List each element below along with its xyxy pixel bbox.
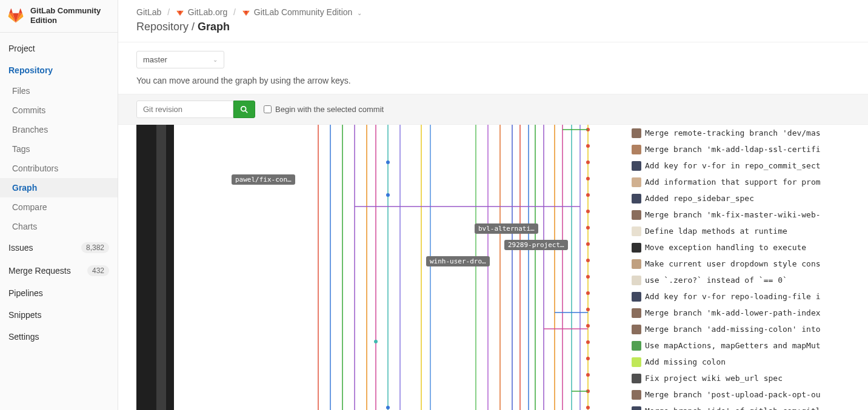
graph-area: pawel/fix-condi…bvl-alternative…29289-pr…: [118, 125, 868, 410]
branch-label[interactable]: winh-user-dropd…: [426, 256, 490, 266]
svg-point-37: [586, 324, 590, 328]
sub-nav-contributors[interactable]: Contributors: [0, 159, 118, 178]
nav-item-pipelines[interactable]: Pipelines: [0, 282, 118, 304]
svg-point-31: [586, 226, 590, 230]
svg-point-51: [386, 406, 390, 409]
commit-row[interactable]: Merge branch 'add-missing-colon' into: [632, 321, 850, 337]
network-graph[interactable]: pawel/fix-condi…bvl-alternative…29289-pr…: [136, 125, 632, 410]
svg-point-39: [586, 357, 590, 360]
sub-nav-compare[interactable]: Compare: [0, 197, 118, 217]
app-title: GitLab Community Edition: [30, 6, 110, 26]
svg-line-1: [245, 110, 248, 113]
sub-header-section: Repository: [136, 21, 189, 33]
svg-point-28: [586, 177, 590, 180]
breadcrumb-root[interactable]: GitLab: [136, 7, 161, 17]
sub-nav-branches[interactable]: Branches: [0, 120, 118, 139]
nav-item-merge-requests[interactable]: Merge Requests432: [0, 259, 118, 282]
commit-row[interactable]: Merge branch 'mk-add-lower-path-index: [632, 305, 850, 321]
begin-checkbox-wrap[interactable]: Begin with the selected commit: [264, 105, 384, 114]
begin-checkbox[interactable]: [264, 105, 272, 113]
branch-select[interactable]: master ⌄: [136, 51, 224, 68]
commit-row[interactable]: Merge remote-tracking branch 'dev/mas: [632, 125, 850, 141]
avatar: [632, 357, 641, 367]
avatar: [632, 128, 641, 138]
svg-point-27: [586, 160, 590, 164]
nav-item-issues[interactable]: Issues8,382: [0, 236, 118, 259]
avatar: [632, 210, 641, 220]
nav-item-settings[interactable]: Settings: [0, 326, 118, 348]
commit-row[interactable]: Add key for v-for in repo_commit_sect: [632, 157, 850, 174]
avatar: [632, 226, 641, 236]
commit-row[interactable]: Move exception handling to execute: [632, 239, 850, 256]
chevron-down-icon[interactable]: ⌄: [357, 10, 362, 16]
svg-point-38: [586, 340, 590, 344]
avatar: [632, 341, 641, 351]
avatar: [632, 177, 641, 187]
nav-item-snippets[interactable]: Snippets: [0, 304, 118, 326]
page-title: Graph: [198, 21, 230, 33]
chevron-down-icon: ⌄: [213, 56, 218, 63]
svg-point-34: [586, 275, 590, 279]
commit-row[interactable]: Fix project wiki web_url spec: [632, 370, 850, 386]
branch-label[interactable]: pawel/fix-condi…: [232, 174, 295, 185]
avatar: [632, 259, 641, 269]
gitlab-logo-icon: [7, 8, 24, 24]
sub-nav-graph[interactable]: Graph: [0, 178, 118, 197]
avatar: [632, 194, 641, 203]
gitlab-icon: [242, 8, 250, 18]
commit-row[interactable]: Add missing colon: [632, 354, 850, 370]
sub-nav-commits[interactable]: Commits: [0, 101, 118, 120]
revision-toolbar: Begin with the selected commit: [118, 94, 868, 125]
commit-row[interactable]: Merge branch 'post-upload-pack-opt-ou: [632, 386, 850, 403]
search-button[interactable]: [233, 101, 255, 118]
nav-item-repository[interactable]: Repository: [0, 59, 118, 81]
sub-nav-files[interactable]: Files: [0, 81, 118, 101]
branch-label[interactable]: bvl-alternative…: [475, 223, 538, 234]
commit-row[interactable]: Merge branch 'mk-fix-master-wiki-web-: [632, 207, 850, 223]
commit-list: Merge remote-tracking branch 'dev/masMer…: [632, 125, 850, 410]
svg-point-29: [586, 193, 590, 197]
svg-point-50: [386, 193, 390, 197]
branch-label[interactable]: 29289-project-d…: [504, 240, 568, 250]
breadcrumb-org[interactable]: GitLab.org: [188, 7, 227, 17]
badge: 432: [87, 265, 109, 276]
sub-nav-tags[interactable]: Tags: [0, 139, 118, 159]
avatar: [632, 243, 641, 253]
commit-row[interactable]: use `.zero?` instead of `== 0`: [632, 272, 850, 288]
sub-nav-charts[interactable]: Charts: [0, 217, 118, 236]
svg-point-32: [586, 242, 590, 246]
svg-point-26: [586, 144, 590, 148]
revision-input[interactable]: [136, 101, 233, 118]
avatar: [632, 374, 641, 383]
commit-row[interactable]: Add key for v-for repo-loading-file i: [632, 288, 850, 305]
commit-row[interactable]: Make current user dropdown style cons: [632, 256, 850, 272]
avatar: [632, 390, 641, 400]
main-content: GitLab / GitLab.org / GitLab Community E…: [118, 0, 868, 410]
breadcrumb: GitLab / GitLab.org / GitLab Community E…: [118, 0, 868, 42]
branch-controls: master ⌄: [118, 42, 868, 74]
avatar: [632, 308, 641, 318]
svg-point-35: [586, 291, 590, 295]
svg-point-49: [386, 160, 390, 164]
svg-point-0: [241, 106, 246, 111]
commit-row[interactable]: Merge branch 'mk-add-ldap-ssl-certifi: [632, 141, 850, 157]
sidebar-nav: ProjectRepositoryFilesCommitsBranchesTag…: [0, 33, 118, 348]
search-icon: [240, 105, 249, 114]
graph-hint: You can move around the graph by using t…: [118, 74, 868, 94]
commit-row[interactable]: Added repo_sidebar_spec: [632, 190, 850, 207]
commit-row[interactable]: Add information that support for prom: [632, 174, 850, 190]
gitlab-icon: [176, 8, 184, 18]
nav-item-project[interactable]: Project: [0, 38, 118, 59]
commit-row[interactable]: Define ldap methods at runtime: [632, 223, 850, 239]
breadcrumb-project[interactable]: GitLab Community Edition: [254, 7, 353, 17]
svg-point-36: [586, 308, 590, 311]
svg-point-40: [586, 373, 590, 377]
commit-row[interactable]: Merge branch 'ide' of gitlab.com:gitl: [632, 403, 850, 410]
commit-row[interactable]: Use mapActions, mapGetters and mapMut: [632, 337, 850, 354]
avatar: [632, 145, 641, 154]
avatar: [632, 292, 641, 302]
sidebar: GitLab Community Edition ProjectReposito…: [0, 0, 118, 410]
avatar: [632, 161, 641, 171]
avatar: [632, 276, 641, 285]
badge: 8,382: [81, 242, 109, 253]
